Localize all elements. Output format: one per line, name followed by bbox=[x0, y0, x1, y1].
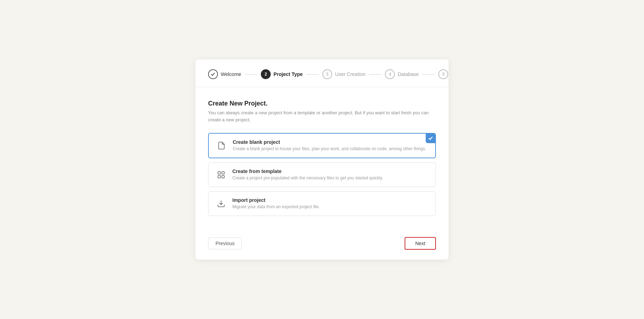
option-template-text: Create from template Create a project pr… bbox=[232, 168, 429, 181]
svg-rect-2 bbox=[218, 176, 220, 178]
step-circle-finish: 5 bbox=[438, 69, 448, 79]
svg-rect-0 bbox=[218, 172, 220, 174]
file-icon bbox=[215, 139, 228, 152]
template-icon bbox=[215, 168, 227, 181]
option-import-title: Import project bbox=[232, 197, 429, 203]
step-circle-welcome bbox=[208, 69, 218, 79]
step-circle-project-type: 2 bbox=[261, 69, 271, 79]
option-blank-title: Create blank project bbox=[233, 139, 429, 145]
previous-button[interactable]: Previous bbox=[208, 237, 242, 249]
content-subtitle: You can always create a new project from… bbox=[208, 109, 436, 123]
option-template[interactable]: Create from template Create a project pr… bbox=[208, 162, 436, 187]
option-import-text: Import project Migrate your data from an… bbox=[232, 197, 429, 210]
svg-rect-3 bbox=[222, 176, 224, 178]
connector-4 bbox=[422, 74, 435, 75]
footer: Previous Next bbox=[195, 230, 449, 260]
main-content: Create New Project. You can always creat… bbox=[195, 87, 449, 230]
step-finish: 5 Finish bbox=[438, 69, 449, 79]
svg-rect-1 bbox=[222, 172, 224, 174]
option-template-title: Create from template bbox=[232, 168, 429, 174]
option-import[interactable]: Import project Migrate your data from an… bbox=[208, 191, 436, 216]
option-template-desc: Create a project pre-populated with the … bbox=[232, 175, 429, 181]
connector-3 bbox=[369, 74, 381, 75]
step-label-welcome: Welcome bbox=[221, 71, 241, 77]
option-blank-text: Create blank project Create a blank proj… bbox=[233, 139, 429, 152]
connector-2 bbox=[306, 74, 319, 75]
step-label-database: Database bbox=[398, 71, 419, 77]
step-project-type: 2 Project Type bbox=[261, 69, 303, 79]
option-blank-project[interactable]: Create blank project Create a blank proj… bbox=[208, 133, 436, 158]
next-button[interactable]: Next bbox=[405, 237, 436, 250]
step-circle-database: 4 bbox=[385, 69, 395, 79]
step-circle-user-creation: 3 bbox=[322, 69, 332, 79]
import-icon bbox=[215, 197, 227, 210]
option-blank-desc: Create a blank project to house your fil… bbox=[233, 146, 429, 152]
option-import-desc: Migrate your data from an exported proje… bbox=[232, 204, 429, 210]
stepper: Welcome 2 Project Type 3 User Creation 4… bbox=[195, 59, 449, 87]
step-welcome: Welcome bbox=[208, 69, 241, 79]
step-database: 4 Database bbox=[385, 69, 419, 79]
step-label-user-creation: User Creation bbox=[335, 71, 365, 77]
step-user-creation: 3 User Creation bbox=[322, 69, 365, 79]
step-label-project-type: Project Type bbox=[273, 71, 303, 77]
content-title: Create New Project. bbox=[208, 100, 436, 107]
connector-1 bbox=[245, 74, 257, 75]
selected-check-badge bbox=[426, 133, 436, 143]
wizard-modal: Welcome 2 Project Type 3 User Creation 4… bbox=[195, 59, 449, 260]
